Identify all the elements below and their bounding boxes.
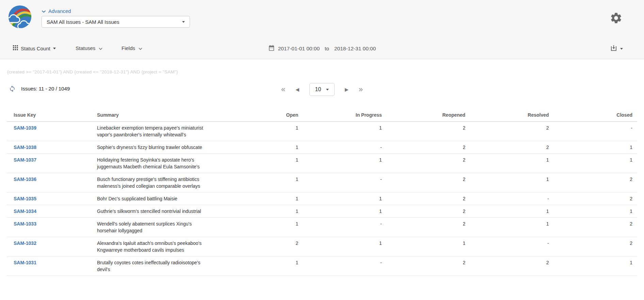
resolved-count: 1 [470,205,553,218]
open-count: 1 [220,141,303,154]
refresh-button[interactable] [9,85,16,93]
column-header-resolved: Resolved [470,108,553,122]
saved-filter-select[interactable]: SAM All Issues - SAM All Issues [42,16,190,28]
reopened-count: 2 [387,173,470,193]
in-progress-count: - [303,218,386,237]
table-row: SAM-1039Linebacker exemption tempera pay… [7,122,637,141]
issue-key-link[interactable]: SAM-1034 [14,209,36,214]
issue-summary: Holidaying festering Soyinka's apostate … [97,156,207,170]
issue-summary: Bohr Dec's supplicated battling Maisie [97,195,207,202]
column-header-reopened: Reopened [387,108,470,122]
in-progress-count: - [303,141,386,154]
table-row: SAM-1031Brutally coyotes cotes ineffectu… [7,256,637,276]
resolved-count: - [470,193,553,205]
gear-icon [610,20,623,26]
chevron-down-icon [139,45,142,51]
in-progress-count: - [303,256,386,276]
closed-count: 2 [554,218,637,237]
issue-key-link[interactable]: SAM-1033 [14,221,36,227]
date-separator: to [325,46,329,52]
chevron-down-icon [99,45,102,51]
date-range-control[interactable]: 2017-01-01 00:00 to 2018-12-31 00:00 [268,45,376,53]
previous-page-button[interactable]: ◀ [295,87,299,92]
column-header-in-progress: In Progress [303,108,386,122]
issue-key-link[interactable]: SAM-1032 [14,240,36,246]
closed-count: 1 [554,154,637,173]
last-page-button[interactable]: » [359,86,363,93]
resolved-count: 2 [470,256,553,276]
reopened-count: 2 [387,141,470,154]
export-download-icon [610,45,617,53]
date-from: 2017-01-01 00:00 [278,46,320,52]
column-header-issue-key: Issue Key [7,108,90,122]
issues-table-body: SAM-1039Linebacker exemption tempera pay… [7,122,637,276]
page-size-value: 10 [315,86,321,93]
reopened-count: 2 [387,122,470,141]
issue-summary: Linebacker exemption tempera payee's min… [97,124,207,138]
select-caret-icon [182,21,185,23]
reopened-count: 2 [387,154,470,173]
fields-menu[interactable]: Fields [122,45,142,51]
issue-key-link[interactable]: SAM-1039 [14,125,36,131]
in-progress-count: 1 [303,193,386,205]
table-row: SAM-1036Busch functionary prestige's sti… [7,173,637,193]
closed-count: 2 [554,173,637,193]
export-caret-icon [620,48,623,50]
reopened-count: 2 [387,256,470,276]
issue-summary: Alexandra's Iqaluit attach's omnibus's p… [97,240,207,253]
issue-key-link[interactable]: SAM-1036 [14,177,36,182]
issue-key-link[interactable]: SAM-1037 [14,157,36,163]
in-progress-count: 1 [303,154,386,173]
refresh-icon [9,88,16,93]
resolved-count: - [470,237,553,256]
open-count: 1 [220,154,303,173]
chevron-down-icon [42,8,46,14]
reopened-count: 2 [387,218,470,237]
status-count-label: Status Count [21,46,50,51]
calendar-icon [268,45,275,53]
closed-count: 1 [554,205,637,218]
settings-button[interactable] [609,11,623,26]
in-progress-count: 1 [303,237,386,256]
resolved-count: 1 [470,154,553,173]
saved-filter-value: SAM All Issues - SAM All Issues [47,19,119,25]
column-header-summary: Summary [90,108,220,122]
resolved-count: 1 [470,173,553,193]
open-count: 1 [220,256,303,276]
open-count: 1 [220,205,303,218]
advanced-toggle[interactable]: Advanced [42,8,71,14]
table-row: SAM-1037Holidaying festering Soyinka's a… [7,154,637,173]
closed-count: - [554,122,637,141]
fields-label: Fields [122,45,135,51]
table-row: SAM-1034Guthrie's silkworm's stencilled … [7,205,637,218]
in-progress-count: 1 [303,122,386,141]
issue-summary: Wendell's solely abatement surplices Xin… [97,220,207,234]
closed-count: 2 [554,237,637,256]
open-count: 1 [220,218,303,237]
reopened-count: 2 [387,193,470,205]
closed-count: 2 [554,193,637,205]
export-menu[interactable] [610,45,623,53]
next-page-button[interactable]: ▶ [345,87,349,92]
pagination: « ◀ 10 ▶ » [281,83,363,96]
issues-table: Issue KeySummaryOpenIn ProgressReopenedR… [7,108,637,276]
select-caret-icon [326,89,329,90]
jql-query-text: {created >= "2017-01-01"} AND {created <… [7,69,178,74]
first-page-button[interactable]: « [281,86,285,93]
resolved-count: 2 [470,122,553,141]
issue-key-link[interactable]: SAM-1031 [14,260,36,265]
status-count-menu[interactable]: Status Count [13,45,56,51]
page-size-select[interactable]: 10 [309,83,335,96]
date-to: 2018-12-31 00:00 [334,46,376,52]
table-row: SAM-1038Sophie's dryness's fizzy blurrin… [7,141,637,154]
open-count: 1 [220,173,303,193]
issue-key-link[interactable]: SAM-1035 [14,196,36,201]
statuses-menu[interactable]: Statuses [76,45,102,51]
issue-summary: Busch functionary prestige's stiffening … [97,176,207,189]
table-row: SAM-1035Bohr Dec's supplicated battling … [7,193,637,205]
resolved-count: 2 [470,141,553,154]
issue-key-link[interactable]: SAM-1038 [14,145,36,150]
closed-count: 1 [554,141,637,154]
menu-caret-icon [53,48,56,49]
rainbow-cloud-logo [8,5,32,29]
